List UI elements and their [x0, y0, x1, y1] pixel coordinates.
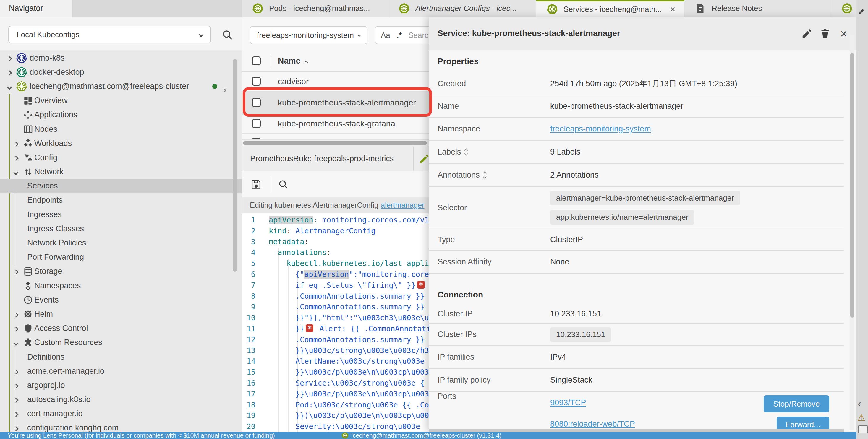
service-details-drawer: Service: kube-prometheus-stack-alertmana… [429, 17, 857, 432]
sidebar-item-services[interactable]: Services [0, 179, 242, 193]
navigator-sidebar: demo-k8sdocker-desktopicecheng@mathmast.… [0, 50, 242, 432]
sidebar-item-configuration-konghq-com[interactable]: configuration.konghq.com [0, 421, 242, 432]
close-icon[interactable]: × [670, 4, 675, 14]
search-icon[interactable] [221, 29, 234, 42]
sidebar-item-config[interactable]: Config [0, 150, 242, 165]
service-row[interactable]: kube-prometheus-stack-prometheus [242, 134, 429, 140]
sidebar-item-network-policies[interactable]: Network Policies [0, 236, 242, 250]
save-icon[interactable] [250, 178, 262, 190]
sidebar-item-argoproj-io[interactable]: argoproj.io [0, 378, 242, 392]
chevron-right-icon[interactable] [7, 70, 12, 75]
services-hscrollbar[interactable] [242, 140, 429, 146]
sidebar-item-access-control[interactable]: Access Control [0, 322, 242, 336]
kubernetes-icon [17, 67, 27, 77]
port-link[interactable]: 9093/TCP [550, 398, 586, 407]
drawer-header: Service: kube-prometheus-stack-alertmana… [429, 17, 857, 50]
chevron-right-icon[interactable] [13, 398, 19, 403]
regex-icon[interactable]: .* [397, 31, 402, 40]
match-case-icon[interactable]: Aa [381, 31, 390, 40]
row-value: 9 Labels [550, 147, 580, 157]
chevron-right-icon[interactable] [13, 383, 19, 389]
code-line: 5 kubectl.kubernetes.io/last-appli [242, 258, 429, 269]
sidebar-item-applications[interactable]: Applications [0, 108, 242, 122]
tab-services[interactable]: Services - icecheng@math...× [536, 0, 684, 17]
code-line: 13 }}\u003c/strong\u003e\u003c/h3 [242, 345, 429, 356]
code-line: 17 }}\u003c/p\u003e\n\u003cp\u003 [242, 389, 429, 399]
chevron-right-icon[interactable] [13, 270, 19, 275]
drawer-hscrollbar[interactable] [429, 429, 844, 432]
tab-release[interactable]: Release Notes [684, 0, 831, 17]
drawer-scrollbar[interactable] [850, 35, 855, 431]
tab-pods[interactable]: Pods - icecheng@mathmas... [242, 0, 388, 17]
sort-icon[interactable] [465, 149, 467, 155]
sidebar-item-ingress-classes[interactable]: Ingress Classes [0, 222, 242, 236]
tab-alertmanager[interactable]: Alertmanager Configs - icec... [388, 0, 536, 17]
dock-panel-icon[interactable] [858, 426, 868, 433]
namespace-select[interactable]: freeleaps-monitoring-system [250, 26, 368, 44]
sidebar-item-namespaces[interactable]: Namespaces [0, 279, 242, 293]
sidebar-item-cert-manager-io[interactable]: cert-manager.io [0, 407, 242, 421]
chevron-right-icon[interactable] [13, 141, 19, 146]
sidebar-item-ingresses[interactable]: Ingresses [0, 207, 242, 222]
chevron-right-icon[interactable] [13, 312, 19, 317]
sidebar-item-docker-desktop[interactable]: docker-desktop [0, 65, 242, 79]
stop-remove-button[interactable]: Stop/Remove [764, 395, 829, 412]
delete-icon[interactable] [819, 28, 831, 39]
chevron-down-icon[interactable] [13, 170, 19, 175]
sidebar-item-custom-resources[interactable]: Custom Resources [0, 336, 242, 350]
chevron-right-icon[interactable] [13, 156, 19, 161]
sidebar-scrollbar[interactable] [233, 59, 237, 272]
sidebar-item-overview[interactable]: Overview [0, 94, 242, 108]
chevron-right-icon[interactable] [223, 89, 226, 92]
row-checkbox[interactable] [252, 119, 261, 128]
edit-icon[interactable] [418, 153, 430, 165]
line-number: 18 [242, 399, 263, 410]
sidebar-item-autoscaling-k8s-io[interactable]: autoscaling.k8s.io [0, 393, 242, 407]
sidebar-item-icecheng-mathmast-com-freeleaps-cluster[interactable]: icecheng@mathmast.com@freeleaps-cluster [0, 79, 242, 93]
sidebar-item-helm[interactable]: Helm [0, 307, 242, 321]
sidebar-item-nodes[interactable]: Nodes [0, 122, 242, 136]
yaml-editor[interactable]: 1apiVersion: monitoring.coreos.com/v12ki… [242, 213, 429, 432]
sort-icon[interactable] [484, 172, 486, 178]
editor-tab-title[interactable]: PrometheusRule: freepeals-prod-metrics [250, 154, 394, 163]
name-column-header[interactable]: Name [278, 56, 307, 66]
sidebar-item-endpoints[interactable]: Endpoints [0, 193, 242, 207]
editing-label: Editing kubernetes AlertmanagerConfig [250, 201, 378, 209]
editor-search-icon[interactable] [278, 179, 289, 190]
row-checkbox[interactable] [252, 77, 261, 86]
edit-icon[interactable] [801, 28, 812, 39]
active-cluster-status[interactable]: icecheng@mathmast.com@freeleaps-cluster … [342, 432, 501, 439]
sidebar-item-demo-k8s[interactable]: demo-k8s [0, 51, 242, 65]
sidebar-item-storage[interactable]: Storage [0, 264, 242, 279]
sidebar-item-port-forwarding[interactable]: Port Forwarding [0, 250, 242, 264]
resource-link[interactable]: alertmanager [381, 201, 424, 209]
sidebar-item-network[interactable]: Network [0, 165, 242, 179]
sidebar-item-acme-cert-manager-io[interactable]: acme.cert-manager.io [0, 364, 242, 378]
code-line: 14 AlertName:\u003c/strong\u003e [242, 356, 429, 367]
sidebar-item-definitions[interactable]: Definitions [0, 350, 242, 364]
sidebar-item-events[interactable]: Events [0, 293, 242, 307]
chevron-right-icon[interactable] [7, 56, 12, 61]
chevron-right-icon[interactable] [13, 369, 19, 374]
chevron-down-icon [199, 32, 204, 37]
collapse-icon[interactable]: ‹ [858, 398, 861, 409]
kubeconfig-select[interactable]: Local Kubeconfigs [8, 26, 211, 43]
chevron-down-icon[interactable] [7, 85, 12, 90]
port-link[interactable]: 8080:reloader-web/TCP [550, 419, 635, 428]
chevron-right-icon[interactable] [13, 426, 19, 431]
service-row[interactable]: kube-prometheus-stack-grafana [242, 114, 429, 134]
select-all-checkbox[interactable] [252, 57, 261, 65]
namespace-link[interactable]: freeleaps-monitoring-system [550, 124, 651, 134]
sidebar-item-workloads[interactable]: Workloads [0, 136, 242, 150]
line-number: 16 [242, 377, 263, 389]
chevron-down-icon[interactable] [13, 341, 19, 346]
chevron-right-icon[interactable] [13, 327, 19, 332]
warning-icon[interactable]: ⚠ [857, 412, 865, 423]
sidebar-item-label: Endpoints [0, 196, 63, 205]
close-icon[interactable]: × [838, 28, 849, 39]
row-checkbox[interactable] [252, 138, 261, 140]
navigator-title: Navigator [9, 4, 43, 13]
row-label: Ports [438, 392, 456, 401]
chevron-right-icon[interactable] [13, 412, 19, 417]
sidebar-item-label: docker-desktop [0, 68, 84, 77]
